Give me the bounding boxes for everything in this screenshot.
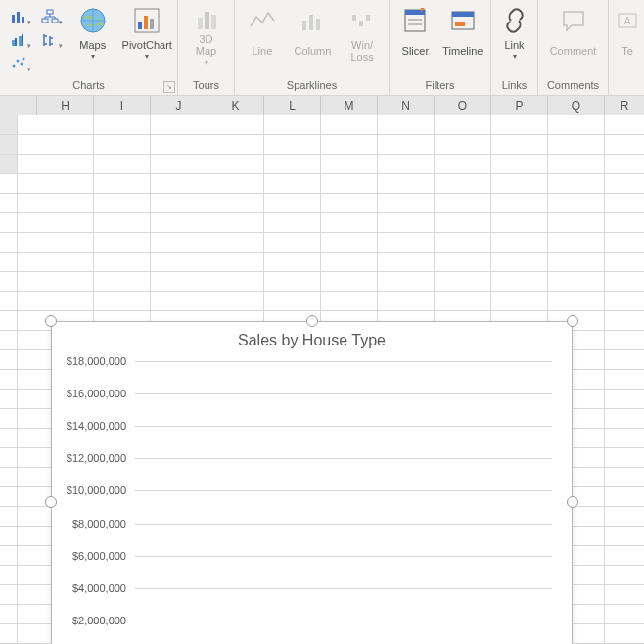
svg-rect-27 xyxy=(366,15,370,21)
timeline-icon xyxy=(449,6,477,37)
svg-rect-23 xyxy=(309,15,313,30)
col-header[interactable]: O xyxy=(435,96,491,115)
comment-button[interactable]: Comment xyxy=(542,4,604,65)
slicer-icon xyxy=(401,6,429,37)
sparkline-winloss-button[interactable]: Win/ Loss xyxy=(340,4,385,65)
link-button[interactable]: Link▾ xyxy=(495,4,533,65)
maps-button[interactable]: Maps▾ xyxy=(67,4,119,65)
svg-rect-13 xyxy=(52,19,58,23)
svg-rect-24 xyxy=(316,19,320,30)
svg-rect-0 xyxy=(12,15,15,23)
hierarchy-icon[interactable]: ▾ xyxy=(35,6,65,27)
stock-icon[interactable]: ▾ xyxy=(35,29,65,51)
col-header[interactable]: Q xyxy=(548,96,605,115)
svg-rect-26 xyxy=(359,21,363,26)
col-header[interactable]: N xyxy=(378,96,435,115)
group-label-comments: Comments xyxy=(547,79,599,91)
ribbon: ▾ ▾ ▾ xyxy=(0,0,644,96)
y-tick-label: $6,000,000 xyxy=(72,550,126,562)
text-button[interactable]: A Te xyxy=(613,4,642,65)
y-tick-label: $2,000,000 xyxy=(72,615,126,626)
col-header[interactable]: H xyxy=(37,96,94,115)
chart-title[interactable]: Sales by House Type xyxy=(52,322,572,355)
svg-rect-16 xyxy=(138,22,142,29)
y-tick-label: $10,000,000 xyxy=(67,484,126,496)
resize-handle[interactable] xyxy=(306,315,318,327)
group-label-charts: Charts xyxy=(72,79,104,91)
resize-handle[interactable] xyxy=(567,496,578,508)
ribbon-group-comments: Comment Comments xyxy=(538,0,609,95)
svg-rect-31 xyxy=(452,12,474,17)
plot-area[interactable] xyxy=(135,361,552,644)
sparkline-line-button[interactable]: Line xyxy=(239,4,286,65)
svg-rect-12 xyxy=(42,19,48,23)
svg-rect-1 xyxy=(17,12,20,23)
ribbon-group-filters: Slicer Timeline Filters xyxy=(390,0,491,95)
group-label-sparklines: Sparklines xyxy=(287,79,337,91)
svg-point-9 xyxy=(21,63,23,66)
link-icon xyxy=(501,7,529,36)
worksheet[interactable]: H I J K L M N O P Q R Sales by House Typ… xyxy=(0,96,644,644)
ribbon-group-tours: 3D Map▾ Tours xyxy=(178,0,235,95)
svg-point-7 xyxy=(13,65,16,68)
sparkline-winloss-icon xyxy=(348,7,376,36)
svg-text:A: A xyxy=(624,16,631,26)
sparkline-column-button[interactable]: Column xyxy=(288,4,339,65)
y-tick-label: $8,000,000 xyxy=(72,518,126,529)
pivotchart-button[interactable]: PivotChart▾ xyxy=(121,4,174,65)
chart-object[interactable]: Sales by House Type $0$2,000,000$4,000,0… xyxy=(51,321,573,644)
globe-icon xyxy=(78,6,108,37)
bars-container xyxy=(135,361,552,644)
ribbon-group-charts: ▾ ▾ ▾ xyxy=(0,0,178,95)
bar2d-icon[interactable]: ▾ xyxy=(4,6,33,27)
bar3d-icon[interactable]: ▾ xyxy=(4,29,33,51)
group-label-filters: Filters xyxy=(426,79,455,91)
col-header[interactable]: P xyxy=(491,96,548,115)
svg-rect-4 xyxy=(15,38,17,46)
svg-rect-25 xyxy=(352,15,356,21)
svg-rect-18 xyxy=(150,19,154,29)
svg-rect-20 xyxy=(205,12,209,29)
y-tick-label: $4,000,000 xyxy=(72,582,126,594)
svg-rect-2 xyxy=(22,17,24,23)
col-header[interactable]: M xyxy=(321,96,378,115)
y-tick-label: $18,000,000 xyxy=(67,355,126,367)
sparkline-line-icon xyxy=(249,7,276,36)
resize-handle[interactable] xyxy=(567,315,578,327)
column-headers: H I J K L M N O P Q R xyxy=(0,96,644,115)
resize-handle[interactable] xyxy=(45,315,57,327)
comment-icon xyxy=(560,7,587,36)
svg-rect-19 xyxy=(198,18,203,29)
col-header[interactable]: I xyxy=(94,96,151,115)
ribbon-group-text: A Te xyxy=(609,0,644,95)
ribbon-group-links: Link▾ Links xyxy=(491,0,538,95)
svg-rect-3 xyxy=(12,40,15,46)
chart-gallery-stack-2: ▾ ▾ xyxy=(35,4,65,51)
3dmap-button[interactable]: 3D Map▾ xyxy=(182,4,230,65)
svg-point-10 xyxy=(23,58,25,61)
timeline-button[interactable]: Timeline xyxy=(439,4,486,65)
y-axis[interactable]: $0$2,000,000$4,000,000$6,000,000$8,000,0… xyxy=(52,361,132,644)
svg-rect-22 xyxy=(302,21,306,30)
chart-gallery-stack: ▾ ▾ ▾ xyxy=(4,4,33,74)
y-tick-label: $16,000,000 xyxy=(67,388,126,399)
charts-dialog-launcher[interactable] xyxy=(163,81,175,93)
svg-point-8 xyxy=(17,60,20,63)
scatter-icon[interactable]: ▾ xyxy=(4,53,33,74)
svg-rect-17 xyxy=(144,16,148,29)
y-tick-label: $14,000,000 xyxy=(67,420,126,432)
slicer-button[interactable]: Slicer xyxy=(393,4,437,65)
col-header[interactable]: K xyxy=(207,96,264,115)
svg-rect-32 xyxy=(455,22,465,26)
col-header-blank[interactable] xyxy=(0,96,37,115)
group-label-tours: Tours xyxy=(193,79,219,91)
y-tick-label: $12,000,000 xyxy=(67,452,126,464)
svg-rect-21 xyxy=(211,15,216,29)
group-label-links: Links xyxy=(502,79,528,91)
svg-rect-11 xyxy=(47,10,53,14)
col-header[interactable]: R xyxy=(605,96,644,115)
col-header[interactable]: J xyxy=(151,96,207,115)
sparkline-column-icon xyxy=(299,7,326,36)
svg-rect-5 xyxy=(19,36,22,46)
col-header[interactable]: L xyxy=(264,96,321,115)
